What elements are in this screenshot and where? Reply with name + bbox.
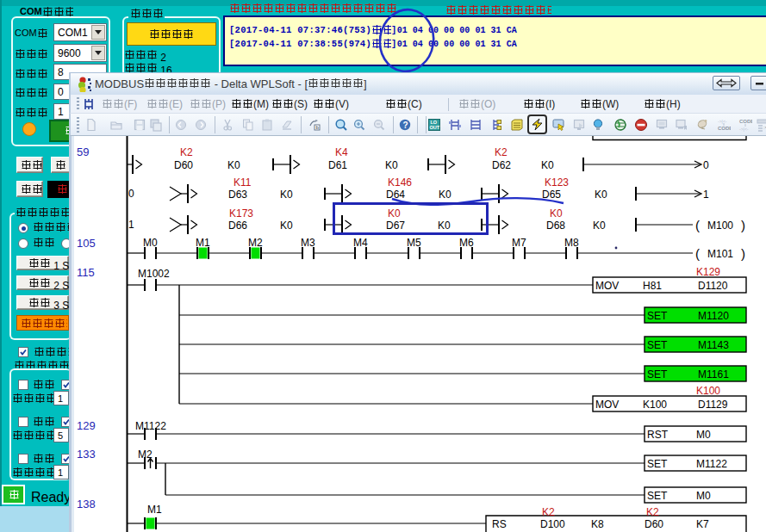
- svg-text:D63: D63: [228, 189, 247, 201]
- svg-text:115: 115: [77, 266, 95, 279]
- svg-text:D64: D64: [386, 189, 405, 201]
- svg-text:H81: H81: [643, 280, 662, 292]
- svg-text:K0: K0: [541, 159, 554, 171]
- svg-text:K4: K4: [335, 146, 348, 158]
- svg-text:SET: SET: [647, 368, 668, 380]
- svg-text:OUT: OUT: [430, 125, 440, 130]
- svg-text:D1120: D1120: [698, 280, 728, 292]
- svg-text:CODE: CODE: [739, 119, 752, 124]
- svg-text:K123: K123: [545, 176, 569, 189]
- svg-text:K2: K2: [180, 146, 193, 158]
- svg-text:K2: K2: [646, 506, 659, 518]
- svg-text:M0: M0: [696, 490, 711, 502]
- svg-text:D1129: D1129: [698, 399, 728, 411]
- svg-text:M3: M3: [301, 237, 315, 249]
- svg-text:D66: D66: [228, 220, 247, 232]
- svg-text:SET: SET: [647, 310, 668, 322]
- svg-text:K0: K0: [438, 220, 451, 232]
- svg-text:K0: K0: [439, 189, 452, 201]
- svg-text:D100: D100: [540, 518, 565, 530]
- svg-text:M5: M5: [407, 237, 421, 249]
- svg-text:M0: M0: [143, 237, 158, 249]
- svg-text:M7: M7: [512, 237, 526, 249]
- svg-text:D68: D68: [546, 220, 565, 232]
- svg-text:M1122: M1122: [696, 458, 727, 470]
- svg-text:129: 129: [77, 419, 96, 432]
- svg-text:?: ?: [403, 121, 408, 130]
- svg-text:M2: M2: [248, 237, 263, 249]
- svg-text:M1: M1: [196, 237, 210, 249]
- svg-text:D62: D62: [492, 159, 511, 171]
- svg-text:D60: D60: [645, 518, 663, 530]
- svg-text:0: 0: [128, 188, 134, 200]
- svg-text:M1143: M1143: [698, 339, 729, 351]
- svg-text:RST: RST: [647, 429, 669, 441]
- svg-text:K0: K0: [385, 159, 398, 171]
- svg-text:K173: K173: [229, 207, 253, 220]
- svg-text:K0: K0: [595, 189, 607, 201]
- svg-text:133: 133: [77, 448, 96, 461]
- svg-text:M8: M8: [564, 237, 579, 249]
- svg-text:M1122: M1122: [135, 420, 166, 432]
- svg-text:K0: K0: [550, 207, 563, 220]
- svg-text:K146: K146: [388, 176, 412, 189]
- svg-text:M0: M0: [696, 429, 711, 441]
- svg-text:D60: D60: [174, 159, 193, 171]
- svg-text:SET: SET: [647, 458, 668, 470]
- svg-text:1: 1: [703, 189, 709, 201]
- svg-text:MOV: MOV: [595, 280, 619, 292]
- svg-text:K2: K2: [495, 146, 508, 158]
- svg-text:K0: K0: [280, 189, 293, 201]
- svg-text:M6: M6: [459, 237, 474, 249]
- svg-text:K0: K0: [388, 207, 401, 220]
- svg-text:K0: K0: [280, 220, 293, 232]
- svg-text:RS: RS: [492, 518, 507, 530]
- svg-text:K0: K0: [227, 159, 240, 171]
- svg-text:D65: D65: [542, 189, 561, 201]
- svg-text:K100: K100: [643, 399, 667, 411]
- svg-text:K11: K11: [234, 176, 252, 189]
- svg-text:0: 0: [703, 159, 709, 171]
- svg-text:K8: K8: [591, 518, 604, 530]
- svg-text:K0: K0: [593, 220, 606, 232]
- svg-text:M1002: M1002: [138, 268, 170, 280]
- svg-text:138: 138: [77, 498, 96, 510]
- svg-text:SET: SET: [647, 490, 668, 502]
- svg-text:SET: SET: [647, 339, 668, 351]
- svg-text:M1: M1: [147, 504, 162, 516]
- svg-text:M100: M100: [707, 220, 733, 232]
- svg-text:): ): [741, 218, 745, 232]
- svg-text:59: 59: [77, 145, 89, 158]
- svg-text:K7: K7: [696, 518, 709, 530]
- svg-text:(: (: [695, 246, 700, 261]
- svg-text:M1120: M1120: [698, 310, 729, 322]
- svg-text:D67: D67: [386, 220, 405, 232]
- svg-text:M1161: M1161: [698, 368, 729, 380]
- svg-text:105: 105: [77, 237, 96, 250]
- svg-text:1: 1: [128, 219, 134, 231]
- svg-text:->|<-: ->|<-: [718, 119, 727, 124]
- svg-text:(: (: [695, 218, 700, 232]
- svg-text:M101: M101: [707, 248, 733, 260]
- svg-text:CODE: CODE: [718, 126, 731, 131]
- svg-text:K129: K129: [696, 266, 720, 278]
- svg-text:M4: M4: [353, 237, 368, 249]
- svg-text:): ): [741, 246, 745, 261]
- svg-text:D61: D61: [328, 159, 347, 171]
- svg-text:K2: K2: [542, 506, 555, 518]
- svg-text:->|<-: ->|<-: [739, 127, 749, 132]
- svg-text:K100: K100: [696, 385, 720, 397]
- svg-text:MOV: MOV: [595, 399, 619, 411]
